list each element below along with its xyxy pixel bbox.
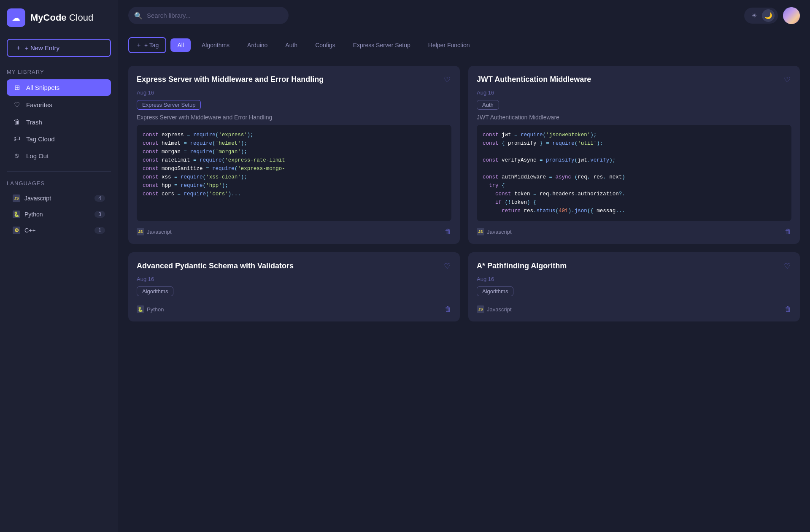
sidebar-item-label: Tag Cloud xyxy=(26,135,55,143)
avatar-image xyxy=(783,7,800,24)
search-icon: 🔍 xyxy=(134,11,143,19)
sidebar-nav: ⊞ All Snippets ♡ Favorites 🗑 Trash 🏷 Tag… xyxy=(7,79,111,165)
card-astar: A* Pathfinding Algorithm ♡ Aug 16 Algori… xyxy=(468,252,800,321)
filter-bar: ＋ + Tag All Algorithms Arduino Auth Conf… xyxy=(118,31,810,59)
like-button[interactable]: ♡ xyxy=(443,74,451,85)
card-header: JWT Authentication Middleware ♡ xyxy=(477,74,791,85)
card-title: Advanced Pydantic Schema with Validators xyxy=(137,261,443,271)
card-date: Aug 16 xyxy=(137,89,451,96)
sidebar-item-logout[interactable]: ⎋ Log Out xyxy=(7,148,111,164)
search-input[interactable] xyxy=(128,7,289,24)
js-icon: JS xyxy=(13,194,20,202)
logout-icon: ⎋ xyxy=(13,152,21,159)
sun-icon: ☀ xyxy=(751,12,757,19)
sidebar: ☁ MyCode Cloud ＋ + New Entry My Library … xyxy=(0,0,118,532)
filter-all[interactable]: All xyxy=(170,38,191,52)
lang-label: Python xyxy=(24,211,43,218)
py-lang-icon: 🐍 xyxy=(137,305,144,313)
card-express-server: Express Server with Middleware and Error… xyxy=(128,66,460,244)
card-footer: JS Javascript 🗑 xyxy=(137,228,451,235)
theme-light-button[interactable]: ☀ xyxy=(748,9,760,22)
card-date: Aug 16 xyxy=(477,276,791,282)
sidebar-item-tag-cloud[interactable]: 🏷 Tag Cloud xyxy=(7,131,111,147)
code-block: const jwt = require('jsonwebtoken'); con… xyxy=(477,125,791,221)
grid-icon: ⊞ xyxy=(13,84,21,92)
language-label: JS Javascript xyxy=(137,228,172,235)
delete-button[interactable]: 🗑 xyxy=(445,305,451,313)
tag-icon: 🏷 xyxy=(13,135,21,143)
cards-area: Express Server with Middleware and Error… xyxy=(118,59,810,532)
card-date: Aug 16 xyxy=(137,276,451,282)
my-library-label: My Library xyxy=(7,69,111,75)
code-block: const express = require('express'); cons… xyxy=(137,125,451,221)
js-lang-icon: JS xyxy=(477,305,484,313)
topbar: 🔍 ☀ 🌙 xyxy=(118,0,810,31)
sidebar-divider xyxy=(7,171,111,172)
logo-area: ☁ MyCode Cloud xyxy=(7,8,111,27)
py-count: 3 xyxy=(94,211,105,218)
main-content: 🔍 ☀ 🌙 ＋ + Tag All Algorithms Arduino xyxy=(118,0,810,532)
js-count: 4 xyxy=(94,195,105,202)
theme-dark-button[interactable]: 🌙 xyxy=(762,9,775,22)
filter-arduino[interactable]: Arduino xyxy=(240,38,274,52)
card-date: Aug 16 xyxy=(477,89,791,96)
filter-configs[interactable]: Configs xyxy=(308,38,342,52)
card-header: Advanced Pydantic Schema with Validators… xyxy=(137,261,451,272)
sidebar-item-all-snippets[interactable]: ⊞ All Snippets xyxy=(7,79,111,96)
sidebar-item-label: Log Out xyxy=(26,152,49,159)
plus-icon: ＋ xyxy=(15,44,22,52)
add-tag-button[interactable]: ＋ + Tag xyxy=(128,37,166,53)
language-name: Javascript xyxy=(487,306,512,313)
filter-algorithms[interactable]: Algorithms xyxy=(195,38,236,52)
sidebar-item-favorites[interactable]: ♡ Favorites xyxy=(7,97,111,113)
cards-grid: Express Server with Middleware and Error… xyxy=(128,66,800,321)
theme-toggle: ☀ 🌙 xyxy=(744,8,778,24)
language-label: JS Javascript xyxy=(477,228,512,235)
filter-helper-function[interactable]: Helper Function xyxy=(421,38,477,52)
delete-button[interactable]: 🗑 xyxy=(785,305,791,313)
card-jwt-auth: JWT Authentication Middleware ♡ Aug 16 A… xyxy=(468,66,800,244)
card-header: Express Server with Middleware and Error… xyxy=(137,74,451,85)
lang-item-javascript[interactable]: JS Javascript 4 xyxy=(7,191,111,206)
language-label: 🐍 Python xyxy=(137,305,164,313)
topbar-right: ☀ 🌙 xyxy=(744,7,800,24)
card-title: JWT Authentication Middleware xyxy=(477,74,783,84)
plus-icon: ＋ xyxy=(136,41,142,49)
card-title: A* Pathfinding Algorithm xyxy=(477,261,783,271)
like-button[interactable]: ♡ xyxy=(443,261,451,272)
cpp-icon: ⚙ xyxy=(13,227,20,234)
lang-item-python[interactable]: 🐍 Python 3 xyxy=(7,207,111,222)
trash-icon: 🗑 xyxy=(13,118,21,126)
new-entry-button[interactable]: ＋ + New Entry xyxy=(7,39,111,57)
card-tag[interactable]: Auth xyxy=(477,100,499,110)
js-lang-icon: JS xyxy=(477,228,484,235)
card-description: Express Server with Middleware and Error… xyxy=(137,114,451,121)
like-button[interactable]: ♡ xyxy=(783,74,791,85)
language-name: Javascript xyxy=(487,229,512,235)
delete-button[interactable]: 🗑 xyxy=(785,228,791,235)
user-avatar[interactable] xyxy=(783,7,800,24)
languages-label: Languages xyxy=(7,180,111,186)
lang-label: C++ xyxy=(24,227,35,234)
delete-button[interactable]: 🗑 xyxy=(445,228,451,235)
tag-btn-label: + Tag xyxy=(144,42,159,49)
heart-icon: ♡ xyxy=(13,101,21,109)
filter-express-server-setup[interactable]: Express Server Setup xyxy=(346,38,417,52)
app-name: MyCode Cloud xyxy=(30,12,93,23)
card-footer: JS Javascript 🗑 xyxy=(477,300,791,313)
filter-auth[interactable]: Auth xyxy=(278,38,304,52)
like-button[interactable]: ♡ xyxy=(783,261,791,272)
lang-item-cpp[interactable]: ⚙ C++ 1 xyxy=(7,223,111,238)
sidebar-item-trash[interactable]: 🗑 Trash xyxy=(7,114,111,130)
languages-section: Languages JS Javascript 4 🐍 Python 3 ⚙ C… xyxy=(7,180,111,239)
card-footer: 🐍 Python 🗑 xyxy=(137,300,451,313)
logo-icon: ☁ xyxy=(7,8,25,27)
card-tag[interactable]: Express Server Setup xyxy=(137,100,201,110)
sidebar-item-label: All Snippets xyxy=(26,84,59,91)
card-pydantic: Advanced Pydantic Schema with Validators… xyxy=(128,252,460,321)
card-tag[interactable]: Algorithms xyxy=(477,286,513,296)
language-label: JS Javascript xyxy=(477,305,512,313)
language-name: Javascript xyxy=(147,229,172,235)
search-wrapper: 🔍 xyxy=(128,7,289,24)
card-tag[interactable]: Algorithms xyxy=(137,286,173,296)
